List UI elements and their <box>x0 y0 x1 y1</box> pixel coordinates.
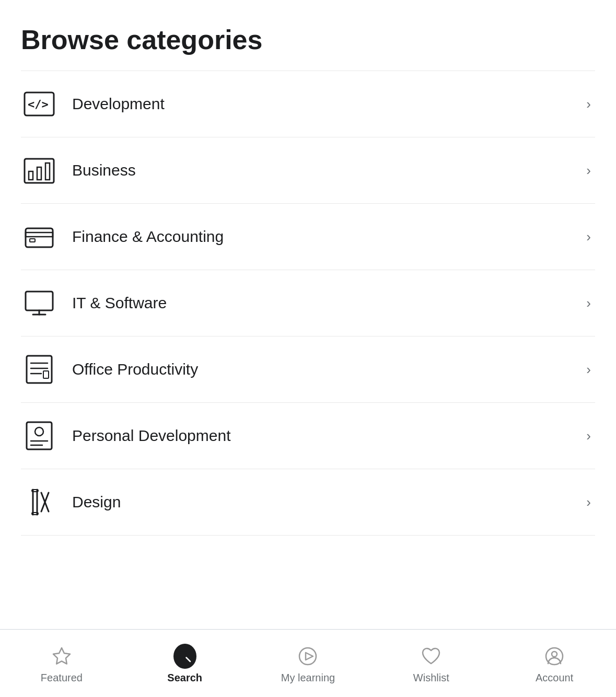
office-icon <box>21 351 57 388</box>
chevron-icon-development: › <box>586 96 595 112</box>
tab-bar: Featured Search My lea <box>0 629 616 697</box>
svg-rect-7 <box>26 233 53 237</box>
tab-featured-label: Featured <box>41 672 83 684</box>
it-icon <box>21 285 57 321</box>
main-content: Browse categories </> Development › <box>0 0 616 629</box>
svg-rect-16 <box>43 371 49 378</box>
page-title: Browse categories <box>21 25 595 55</box>
category-item-personal-development[interactable]: Personal Development › <box>21 403 595 469</box>
svg-rect-9 <box>26 292 53 310</box>
svg-point-18 <box>35 427 43 436</box>
tab-search-label: Search <box>167 672 202 684</box>
account-icon <box>543 645 566 668</box>
personal-dev-icon <box>21 417 57 454</box>
tab-featured[interactable]: Featured <box>0 637 123 692</box>
svg-text:</>: </> <box>28 98 49 111</box>
heart-icon <box>420 645 443 668</box>
design-icon <box>21 484 57 520</box>
tab-wishlist-label: Wishlist <box>413 672 449 684</box>
category-label-development: Development <box>72 95 586 113</box>
category-item-design[interactable]: Design › <box>21 469 595 536</box>
category-list: </> Development › Business › <box>21 71 595 536</box>
category-item-business[interactable]: Business › <box>21 137 595 204</box>
svg-rect-4 <box>37 167 41 180</box>
svg-line-29 <box>186 658 190 662</box>
code-icon: </> <box>21 86 57 122</box>
svg-rect-5 <box>45 163 50 180</box>
category-item-it-software[interactable]: IT & Software › <box>21 270 595 336</box>
category-label-design: Design <box>72 493 586 511</box>
business-icon <box>21 152 57 189</box>
svg-marker-31 <box>306 653 313 660</box>
tab-my-learning-label: My learning <box>281 672 335 684</box>
category-item-finance[interactable]: Finance & Accounting › <box>21 204 595 270</box>
tab-account[interactable]: Account <box>493 637 616 692</box>
svg-rect-12 <box>27 356 52 383</box>
category-label-finance: Finance & Accounting <box>72 228 586 246</box>
tab-account-label: Account <box>536 672 573 684</box>
category-label-personal-development: Personal Development <box>72 427 586 445</box>
tab-wishlist[interactable]: Wishlist <box>369 637 493 692</box>
star-icon <box>50 645 73 668</box>
chevron-icon-it-software: › <box>586 295 595 311</box>
svg-marker-27 <box>53 648 70 664</box>
category-item-development[interactable]: </> Development › <box>21 71 595 137</box>
tab-search[interactable]: Search <box>123 637 247 692</box>
page-container: Browse categories </> Development › <box>0 0 616 697</box>
category-item-office-productivity[interactable]: Office Productivity › <box>21 336 595 403</box>
svg-rect-8 <box>30 239 35 242</box>
play-icon <box>296 645 319 668</box>
chevron-icon-business: › <box>586 162 595 179</box>
category-label-office-productivity: Office Productivity <box>72 361 586 378</box>
category-label-business: Business <box>72 161 586 179</box>
chevron-icon-office-productivity: › <box>586 362 595 378</box>
svg-point-33 <box>552 652 557 657</box>
chevron-icon-finance: › <box>586 229 595 245</box>
chevron-icon-personal-development: › <box>586 428 595 444</box>
chevron-icon-design: › <box>586 494 595 510</box>
svg-rect-3 <box>29 171 33 180</box>
tab-my-learning[interactable]: My learning <box>247 637 370 692</box>
svg-rect-6 <box>26 228 53 247</box>
finance-icon <box>21 218 57 255</box>
search-icon <box>173 645 196 668</box>
category-label-it-software: IT & Software <box>72 294 586 312</box>
